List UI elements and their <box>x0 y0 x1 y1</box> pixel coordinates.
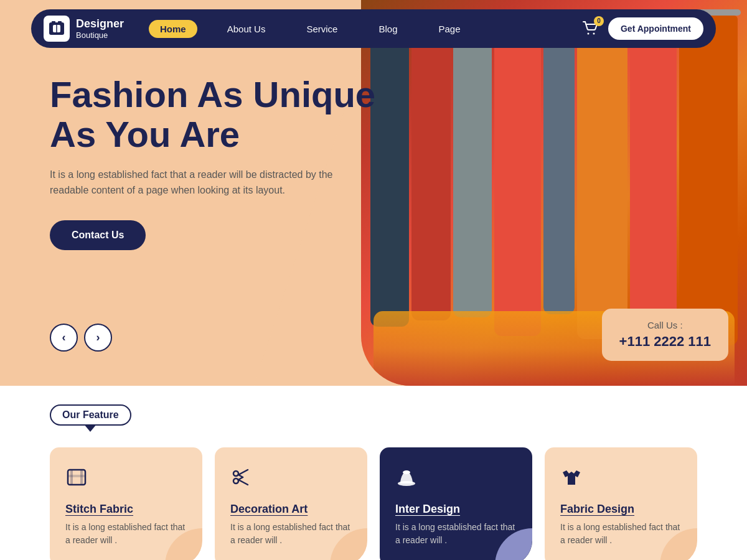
svg-rect-10 <box>68 475 85 477</box>
tshirt-icon <box>560 466 682 493</box>
call-number: +111 2222 111 <box>619 334 711 350</box>
svg-line-13 <box>238 470 248 475</box>
feature-card-stitch: Stitch Fabric It is a long established f… <box>50 447 202 560</box>
stitch-fabric-desc: It is a long established fact that a rea… <box>65 521 187 547</box>
next-arrow-button[interactable]: › <box>84 324 112 352</box>
cart-button[interactable]: 0 <box>581 19 599 39</box>
nav-right: 0 Get Appointment <box>581 17 703 40</box>
hero-title: Fashion As Unique As You Are <box>50 75 375 154</box>
features-tag: Our Feature <box>50 404 131 426</box>
svg-point-18 <box>403 470 410 474</box>
contact-us-button[interactable]: Contact Us <box>50 220 146 250</box>
inter-design-title: Inter Design <box>395 503 517 516</box>
stitch-fabric-title: Stitch Fabric <box>65 503 187 516</box>
logo-icon <box>44 16 70 42</box>
features-section: Our Feature Stitch Fabric It is a long e… <box>0 386 747 560</box>
call-label: Call Us : <box>619 320 711 330</box>
nav-page[interactable]: Page <box>427 20 471 38</box>
prev-arrow-button[interactable]: ‹ <box>50 324 78 352</box>
feature-card-decoration: Decoration Art It is a long established … <box>215 447 367 560</box>
hero-description: It is a long established fact that a rea… <box>50 167 336 198</box>
fabric-design-desc: It is a long established fact that a rea… <box>560 521 682 547</box>
logo-title: Designer <box>76 17 124 30</box>
cart-badge: 0 <box>594 16 604 26</box>
nav-home[interactable]: Home <box>149 20 197 38</box>
appointment-button[interactable]: Get Appointment <box>608 17 703 40</box>
nav-about[interactable]: About Us <box>216 20 277 38</box>
call-badge: Call Us : +111 2222 111 <box>602 309 728 361</box>
svg-rect-2 <box>58 21 62 25</box>
svg-point-11 <box>233 471 238 476</box>
feature-card-fabric: Fabric Design It is a long established f… <box>545 447 697 560</box>
navbar: Designer Boutique Home About Us Service … <box>31 9 716 48</box>
nav-links: Home About Us Service Blog Page <box>149 20 569 38</box>
hero-section: Fashion As Unique As You Are It is a lon… <box>0 0 747 386</box>
fabric-icon <box>65 466 187 493</box>
decoration-art-desc: It is a long established fact that a rea… <box>230 521 352 547</box>
svg-point-5 <box>587 32 589 34</box>
features-grid: Stitch Fabric It is a long established f… <box>50 447 697 560</box>
svg-point-12 <box>233 478 238 483</box>
nav-service[interactable]: Service <box>295 20 349 38</box>
hat-icon <box>395 466 517 493</box>
nav-blog[interactable]: Blog <box>367 20 408 38</box>
logo-subtitle: Boutique <box>76 30 124 40</box>
logo: Designer Boutique <box>44 16 124 42</box>
logo-text: Designer Boutique <box>76 17 124 40</box>
decoration-art-title: Decoration Art <box>230 503 352 516</box>
feature-card-inter: Inter Design It is a long established fa… <box>380 447 532 560</box>
scissors-icon <box>230 466 352 493</box>
fabric-design-title: Fabric Design <box>560 503 682 516</box>
svg-line-16 <box>238 477 243 480</box>
svg-line-14 <box>238 480 248 485</box>
hero-arrows: ‹ › <box>50 324 112 352</box>
svg-point-6 <box>593 32 594 34</box>
svg-rect-1 <box>52 21 55 25</box>
hero-content: Fashion As Unique As You Are It is a lon… <box>50 75 375 250</box>
inter-design-desc: It is a long established fact that a rea… <box>395 521 517 547</box>
